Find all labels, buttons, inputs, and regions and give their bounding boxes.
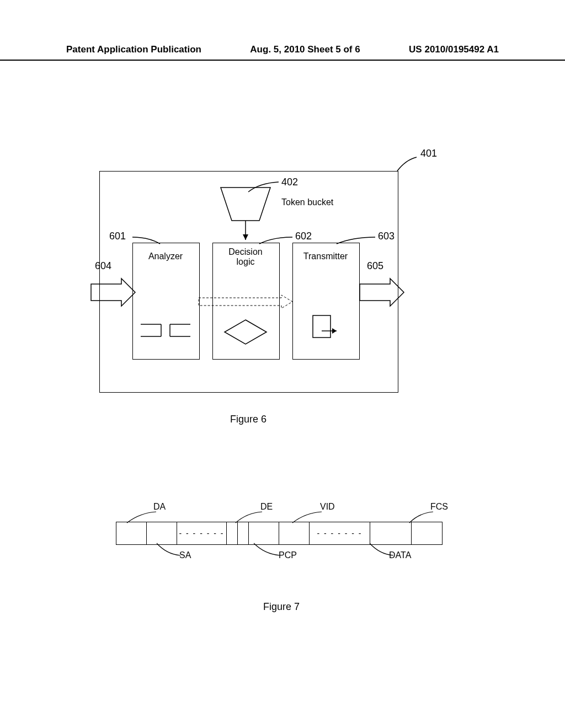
decision-diamond-icon [223, 320, 268, 345]
header-center: Aug. 5, 2010 Sheet 5 of 6 [250, 44, 360, 55]
page-header: Patent Application Publication Aug. 5, 2… [0, 44, 565, 61]
svg-marker-10 [332, 328, 337, 334]
transmitter-label: Transmitter [292, 251, 359, 261]
ref-603: 603 [378, 231, 395, 242]
cell-gap2: - - - - - - - [310, 522, 370, 544]
figure-7: DA DE VID FCS - - - - - - - - - - - - - … [116, 491, 447, 590]
analyzer-label: Analyzer [132, 251, 199, 261]
ref-401: 401 [420, 148, 437, 159]
leader-603 [337, 237, 381, 251]
label-fcs: FCS [430, 502, 448, 512]
label-da: DA [153, 502, 166, 512]
label-de: DE [260, 502, 273, 512]
ref-601: 601 [109, 231, 126, 242]
svg-rect-8 [313, 315, 331, 338]
leader-pcp [253, 543, 289, 557]
leader-data [369, 543, 402, 557]
figure-7-caption: Figure 7 [116, 601, 447, 613]
cell-de [238, 522, 249, 544]
cell-fcs [412, 522, 442, 544]
frame-structure: - - - - - - - - - - - - - - [116, 522, 443, 545]
leader-601 [130, 237, 163, 251]
cell-n1 [227, 522, 238, 544]
cell-gap1: - - - - - - - [177, 522, 227, 544]
ref-602: 602 [295, 231, 312, 242]
cell-data [370, 522, 412, 544]
header-left: Patent Application Publication [66, 44, 201, 55]
cell-sa [147, 522, 177, 544]
input-arrow-icon [91, 279, 138, 306]
cell-pcp [249, 522, 279, 544]
output-arrow-icon [360, 279, 407, 306]
token-bucket-label: Token bucket [281, 197, 359, 207]
transmitter-page-icon [312, 314, 342, 345]
ref-605: 605 [367, 260, 383, 272]
cell-vid [279, 522, 310, 544]
leader-602 [259, 237, 298, 251]
ref-604: 604 [95, 260, 111, 272]
figure-6: 401 402 Token bucket Analyzer Decision l… [99, 154, 397, 392]
figure-6-caption: Figure 6 [99, 414, 397, 425]
ref-402: 402 [281, 176, 298, 188]
header-right: US 2010/0195492 A1 [409, 44, 499, 55]
cell-da [116, 522, 147, 544]
analyzer-symbol-icon [138, 320, 193, 342]
label-vid: VID [320, 502, 335, 512]
leader-sa [156, 543, 189, 557]
dashed-flow-arrow-icon [199, 295, 295, 312]
